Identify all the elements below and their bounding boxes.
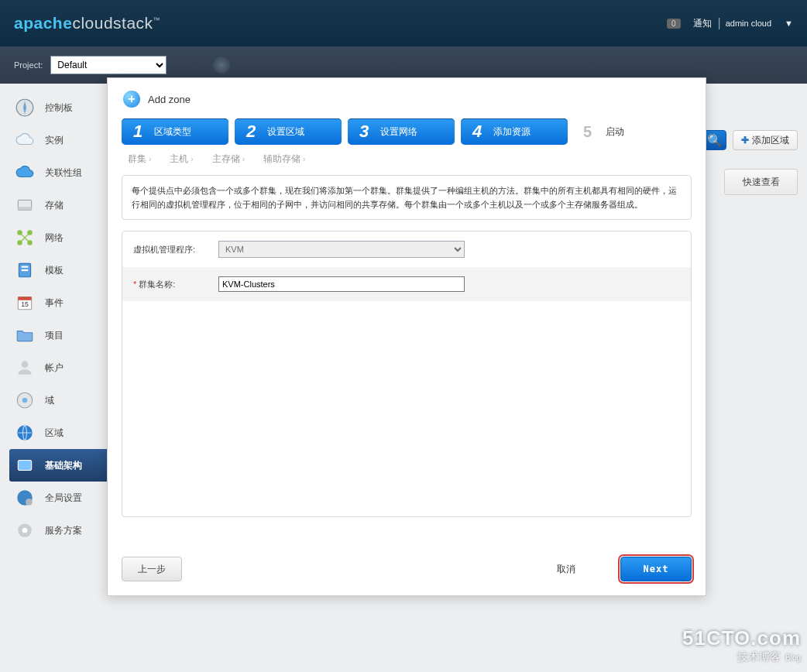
plus-circle-icon: + [123, 91, 140, 108]
modal-title-row: + Add zone [108, 78, 706, 114]
hypervisor-select[interactable]: KVM [218, 241, 465, 258]
modal-footer: 上一步 取消 Next [122, 557, 692, 581]
next-button[interactable]: Next [620, 557, 692, 581]
description-box: 每个提供点中必须包含一个或多个群集，现在我们将添加第一个群集。群集提供了一种编组… [122, 175, 692, 220]
form-box: 虚拟机管理程序: KVM *群集名称: [122, 231, 692, 517]
form-row-hypervisor: 虚拟机管理程序: KVM [122, 231, 691, 267]
step-launch: 5启动 [574, 118, 634, 145]
previous-button[interactable]: 上一步 [122, 557, 182, 581]
hypervisor-label: 虚拟机管理程序: [133, 244, 218, 255]
wizard-steps: 1区域类型 2设置区域 3设置网络 4添加资源 5启动 [108, 114, 706, 149]
subtab-host[interactable]: 主机› [170, 153, 193, 166]
add-zone-modal: + Add zone 1区域类型 2设置区域 3设置网络 4添加资源 5启动 群… [107, 77, 706, 596]
subtab-secondary-storage[interactable]: 辅助存储› [263, 153, 305, 166]
step-setup-zone[interactable]: 2设置区域 [235, 118, 342, 145]
form-row-cluster-name: *群集名称: [122, 267, 691, 301]
modal-title: Add zone [148, 94, 191, 105]
watermark-line1: 51CTO.com [682, 626, 801, 650]
chevron-right-icon: › [149, 155, 151, 163]
cancel-button[interactable]: 取消 [557, 563, 575, 576]
subtab-cluster[interactable]: 群集› [128, 153, 151, 166]
watermark: 51CTO.com 技术博客Blog [682, 626, 801, 664]
step-setup-network[interactable]: 3设置网络 [348, 118, 455, 145]
chevron-right-icon: › [242, 155, 245, 163]
step-add-resources[interactable]: 4添加资源 [461, 118, 568, 145]
required-marker: * [133, 279, 136, 289]
chevron-right-icon: › [191, 155, 193, 163]
subtab-row: 群集› 主机› 主存储› 辅助存储› [108, 149, 706, 173]
cluster-name-input[interactable] [218, 276, 465, 292]
subtab-primary-storage[interactable]: 主存储› [212, 153, 245, 166]
watermark-line2: 技术博客Blog [682, 650, 801, 664]
step-zone-type[interactable]: 1区域类型 [122, 118, 228, 145]
chevron-right-icon: › [303, 155, 305, 163]
cluster-name-label: *群集名称: [133, 279, 218, 290]
